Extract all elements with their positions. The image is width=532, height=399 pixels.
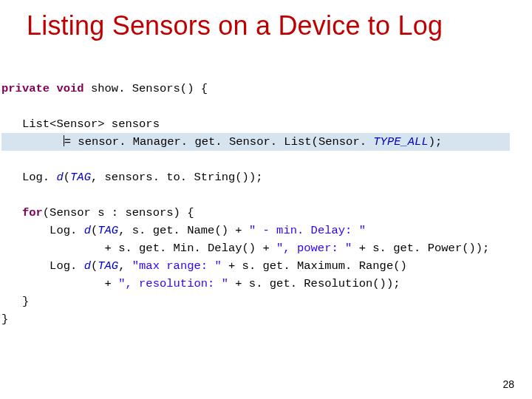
code-line: for(Sensor s : sensors) { (1, 206, 194, 219)
punct: ( (91, 224, 98, 237)
type: List<Sensor> (22, 117, 105, 131)
slide: Listing Sensors on a Device to Log priva… (0, 0, 532, 399)
rest: (Sensor s : sensors) { (43, 206, 194, 219)
rest: + s. get. Power()); (352, 242, 489, 255)
punct: ( (91, 259, 98, 273)
assign: = (64, 135, 78, 149)
pre: + s. get. Min. Delay() + (22, 242, 276, 255)
rest: , sensors. to. String()); (91, 171, 263, 184)
mid: , (118, 259, 132, 273)
pre: + (22, 277, 118, 290)
code-line: + s. get. Min. Delay() + ", power: " + s… (1, 242, 489, 255)
constant: TAG (70, 171, 91, 184)
method: d (56, 171, 63, 184)
identifier: sensors (105, 117, 160, 131)
call: sensor. Manager. get. Sensor. List(Senso… (78, 135, 373, 149)
string: ", resolution: " (118, 277, 228, 290)
slide-title: Listing Sensors on a Device to Log (27, 10, 510, 41)
method: d (84, 224, 91, 237)
call: Log. (22, 224, 84, 237)
code-line: + ", resolution: " + s. get. Resolution(… (1, 277, 400, 290)
punct: ( (64, 171, 70, 184)
string: ", power: " (276, 242, 352, 255)
code-line: List<Sensor> sensors (1, 117, 160, 131)
code-line: } (1, 313, 8, 326)
string: "max range: " (132, 259, 222, 273)
code-line: Log. d(TAG, s. get. Name() + " - min. De… (1, 224, 366, 237)
constant: TAG (98, 224, 118, 237)
keyword: for (22, 206, 43, 219)
page-number: 28 (502, 378, 514, 390)
code-line: } (1, 295, 29, 308)
call: Log. (22, 171, 57, 184)
punct: ); (429, 135, 443, 149)
brace: } (1, 313, 8, 326)
method: d (84, 259, 91, 273)
highlighted-line: = sensor. Manager. get. Sensor. List(Sen… (1, 133, 510, 151)
identifier: show. Sensors() { (84, 82, 208, 95)
code-block: private void show. Sensors() { List<Sens… (1, 62, 510, 346)
mid: , s. get. Name() + (118, 224, 249, 237)
rest: + s. get. Maximum. Range() (222, 259, 407, 273)
constant: TYPE_ALL (373, 135, 428, 149)
brace: } (22, 295, 29, 308)
call: Log. (22, 259, 84, 273)
keyword: private void (1, 82, 84, 95)
string: " - min. Delay: " (249, 224, 366, 237)
code-line: Log. d(TAG, sensors. to. String()); (1, 171, 263, 184)
code-line: private void show. Sensors() { (1, 82, 208, 95)
code-line: Log. d(TAG, "max range: " + s. get. Maxi… (1, 259, 407, 273)
rest: + s. get. Resolution()); (228, 277, 400, 290)
constant: TAG (98, 259, 118, 273)
